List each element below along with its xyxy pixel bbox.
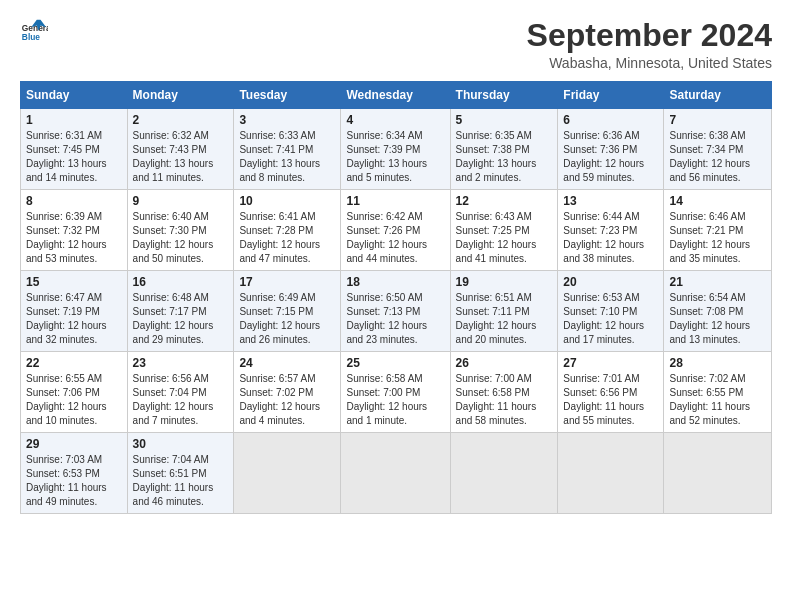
day-info: Sunrise: 6:35 AM Sunset: 7:38 PM Dayligh… (456, 129, 553, 185)
day-number: 23 (133, 356, 229, 370)
month-title: September 2024 (527, 18, 772, 53)
day-number: 25 (346, 356, 444, 370)
day-info: Sunrise: 7:03 AM Sunset: 6:53 PM Dayligh… (26, 453, 122, 509)
day-number: 29 (26, 437, 122, 451)
calendar-cell: 15 Sunrise: 6:47 AM Sunset: 7:19 PM Dayl… (21, 271, 128, 352)
day-number: 27 (563, 356, 658, 370)
day-info: Sunrise: 7:04 AM Sunset: 6:51 PM Dayligh… (133, 453, 229, 509)
calendar-cell: 28 Sunrise: 7:02 AM Sunset: 6:55 PM Dayl… (664, 352, 772, 433)
calendar-cell: 12 Sunrise: 6:43 AM Sunset: 7:25 PM Dayl… (450, 190, 558, 271)
day-number: 18 (346, 275, 444, 289)
day-number: 14 (669, 194, 766, 208)
day-info: Sunrise: 6:42 AM Sunset: 7:26 PM Dayligh… (346, 210, 444, 266)
calendar-cell: 3 Sunrise: 6:33 AM Sunset: 7:41 PM Dayli… (234, 109, 341, 190)
day-number: 3 (239, 113, 335, 127)
day-info: Sunrise: 7:02 AM Sunset: 6:55 PM Dayligh… (669, 372, 766, 428)
calendar-cell: 30 Sunrise: 7:04 AM Sunset: 6:51 PM Dayl… (127, 433, 234, 514)
header-thursday: Thursday (450, 82, 558, 109)
day-info: Sunrise: 6:54 AM Sunset: 7:08 PM Dayligh… (669, 291, 766, 347)
day-info: Sunrise: 6:34 AM Sunset: 7:39 PM Dayligh… (346, 129, 444, 185)
calendar-cell (234, 433, 341, 514)
calendar-cell: 7 Sunrise: 6:38 AM Sunset: 7:34 PM Dayli… (664, 109, 772, 190)
calendar-cell (450, 433, 558, 514)
calendar-cell: 23 Sunrise: 6:56 AM Sunset: 7:04 PM Dayl… (127, 352, 234, 433)
calendar-cell: 6 Sunrise: 6:36 AM Sunset: 7:36 PM Dayli… (558, 109, 664, 190)
calendar-cell: 27 Sunrise: 7:01 AM Sunset: 6:56 PM Dayl… (558, 352, 664, 433)
day-number: 28 (669, 356, 766, 370)
day-info: Sunrise: 6:51 AM Sunset: 7:11 PM Dayligh… (456, 291, 553, 347)
calendar-cell: 13 Sunrise: 6:44 AM Sunset: 7:23 PM Dayl… (558, 190, 664, 271)
day-info: Sunrise: 7:01 AM Sunset: 6:56 PM Dayligh… (563, 372, 658, 428)
svg-text:Blue: Blue (22, 32, 40, 42)
calendar-cell: 24 Sunrise: 6:57 AM Sunset: 7:02 PM Dayl… (234, 352, 341, 433)
day-info: Sunrise: 6:58 AM Sunset: 7:00 PM Dayligh… (346, 372, 444, 428)
day-info: Sunrise: 6:36 AM Sunset: 7:36 PM Dayligh… (563, 129, 658, 185)
calendar-cell: 8 Sunrise: 6:39 AM Sunset: 7:32 PM Dayli… (21, 190, 128, 271)
title-area: September 2024 Wabasha, Minnesota, Unite… (527, 18, 772, 71)
header-monday: Monday (127, 82, 234, 109)
day-number: 6 (563, 113, 658, 127)
calendar-cell (558, 433, 664, 514)
header-tuesday: Tuesday (234, 82, 341, 109)
day-number: 8 (26, 194, 122, 208)
day-number: 12 (456, 194, 553, 208)
day-number: 4 (346, 113, 444, 127)
day-number: 2 (133, 113, 229, 127)
calendar-cell (664, 433, 772, 514)
header-sunday: Sunday (21, 82, 128, 109)
day-info: Sunrise: 7:00 AM Sunset: 6:58 PM Dayligh… (456, 372, 553, 428)
day-info: Sunrise: 6:50 AM Sunset: 7:13 PM Dayligh… (346, 291, 444, 347)
day-info: Sunrise: 6:39 AM Sunset: 7:32 PM Dayligh… (26, 210, 122, 266)
day-info: Sunrise: 6:56 AM Sunset: 7:04 PM Dayligh… (133, 372, 229, 428)
calendar-cell: 29 Sunrise: 7:03 AM Sunset: 6:53 PM Dayl… (21, 433, 128, 514)
calendar-cell: 21 Sunrise: 6:54 AM Sunset: 7:08 PM Dayl… (664, 271, 772, 352)
day-number: 13 (563, 194, 658, 208)
calendar-cell: 14 Sunrise: 6:46 AM Sunset: 7:21 PM Dayl… (664, 190, 772, 271)
calendar-cell: 4 Sunrise: 6:34 AM Sunset: 7:39 PM Dayli… (341, 109, 450, 190)
day-info: Sunrise: 6:38 AM Sunset: 7:34 PM Dayligh… (669, 129, 766, 185)
calendar-cell: 1 Sunrise: 6:31 AM Sunset: 7:45 PM Dayli… (21, 109, 128, 190)
day-info: Sunrise: 6:33 AM Sunset: 7:41 PM Dayligh… (239, 129, 335, 185)
logo-icon: General Blue (20, 18, 48, 46)
calendar-cell: 20 Sunrise: 6:53 AM Sunset: 7:10 PM Dayl… (558, 271, 664, 352)
calendar-cell: 17 Sunrise: 6:49 AM Sunset: 7:15 PM Dayl… (234, 271, 341, 352)
calendar-cell: 19 Sunrise: 6:51 AM Sunset: 7:11 PM Dayl… (450, 271, 558, 352)
day-info: Sunrise: 6:46 AM Sunset: 7:21 PM Dayligh… (669, 210, 766, 266)
day-number: 9 (133, 194, 229, 208)
day-info: Sunrise: 6:47 AM Sunset: 7:19 PM Dayligh… (26, 291, 122, 347)
day-number: 26 (456, 356, 553, 370)
day-number: 1 (26, 113, 122, 127)
day-number: 7 (669, 113, 766, 127)
day-info: Sunrise: 6:57 AM Sunset: 7:02 PM Dayligh… (239, 372, 335, 428)
day-info: Sunrise: 6:44 AM Sunset: 7:23 PM Dayligh… (563, 210, 658, 266)
day-info: Sunrise: 6:49 AM Sunset: 7:15 PM Dayligh… (239, 291, 335, 347)
calendar-cell (341, 433, 450, 514)
day-info: Sunrise: 6:40 AM Sunset: 7:30 PM Dayligh… (133, 210, 229, 266)
location: Wabasha, Minnesota, United States (527, 55, 772, 71)
day-number: 24 (239, 356, 335, 370)
day-info: Sunrise: 6:32 AM Sunset: 7:43 PM Dayligh… (133, 129, 229, 185)
calendar-cell: 25 Sunrise: 6:58 AM Sunset: 7:00 PM Dayl… (341, 352, 450, 433)
day-number: 10 (239, 194, 335, 208)
day-info: Sunrise: 6:48 AM Sunset: 7:17 PM Dayligh… (133, 291, 229, 347)
logo: General Blue (20, 18, 48, 46)
calendar-cell: 22 Sunrise: 6:55 AM Sunset: 7:06 PM Dayl… (21, 352, 128, 433)
header-friday: Friday (558, 82, 664, 109)
day-number: 21 (669, 275, 766, 289)
day-number: 17 (239, 275, 335, 289)
calendar-cell: 10 Sunrise: 6:41 AM Sunset: 7:28 PM Dayl… (234, 190, 341, 271)
calendar-cell: 9 Sunrise: 6:40 AM Sunset: 7:30 PM Dayli… (127, 190, 234, 271)
header-saturday: Saturday (664, 82, 772, 109)
day-number: 16 (133, 275, 229, 289)
day-info: Sunrise: 6:53 AM Sunset: 7:10 PM Dayligh… (563, 291, 658, 347)
header-wednesday: Wednesday (341, 82, 450, 109)
calendar-cell: 26 Sunrise: 7:00 AM Sunset: 6:58 PM Dayl… (450, 352, 558, 433)
day-info: Sunrise: 6:41 AM Sunset: 7:28 PM Dayligh… (239, 210, 335, 266)
day-number: 30 (133, 437, 229, 451)
day-number: 22 (26, 356, 122, 370)
day-number: 11 (346, 194, 444, 208)
day-info: Sunrise: 6:55 AM Sunset: 7:06 PM Dayligh… (26, 372, 122, 428)
calendar-cell: 18 Sunrise: 6:50 AM Sunset: 7:13 PM Dayl… (341, 271, 450, 352)
day-number: 20 (563, 275, 658, 289)
calendar-table: SundayMondayTuesdayWednesdayThursdayFrid… (20, 81, 772, 514)
